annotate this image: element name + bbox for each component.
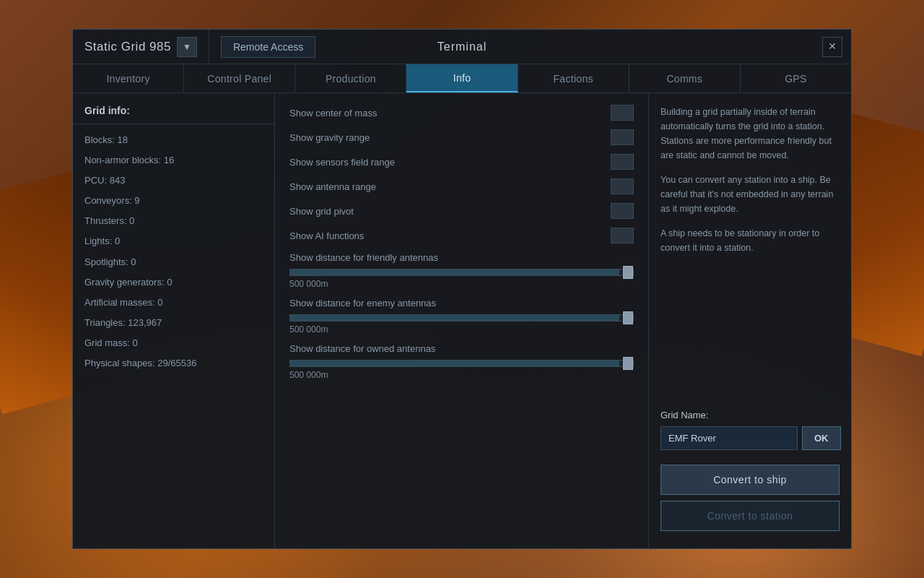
toggle-ai-functions-checkbox[interactable]: [611, 228, 634, 243]
grid-name-text: Static Grid 985: [84, 40, 171, 54]
toggle-ai-functions: Show AI functions: [289, 228, 634, 243]
toggle-grid-pivot-checkbox[interactable]: [611, 203, 634, 219]
slider-enemy-antennas-fill: [290, 315, 619, 321]
toggle-gravity-range: Show gravity range: [289, 129, 634, 145]
slider-enemy-antennas-value: 500 000m: [289, 324, 634, 335]
info-text-station: Building a grid partially inside of terr…: [661, 105, 840, 163]
info-text-convert-ship: You can convert any station into a ship.…: [661, 173, 840, 216]
dropdown-arrow-button[interactable]: ▼: [177, 37, 197, 57]
middle-panel: Show center of mass Show gravity range S…: [275, 93, 649, 548]
toggle-grid-pivot: Show grid pivot: [289, 203, 634, 219]
tab-production[interactable]: Production: [295, 64, 406, 92]
slider-enemy-antennas-track[interactable]: [289, 314, 634, 322]
title-bar: Static Grid 985 ▼ Remote Access Terminal…: [73, 30, 851, 64]
toggle-antenna-range: Show antenna range: [289, 178, 634, 194]
grid-stat-conveyors: Conveyors: 9: [73, 191, 274, 211]
slider-friendly-antennas-track[interactable]: [289, 269, 634, 276]
right-panel: Building a grid partially inside of terr…: [649, 93, 851, 548]
tab-gps[interactable]: GPS: [741, 64, 851, 92]
grid-stat-blocks: Blocks: 18: [73, 130, 274, 150]
tab-factions[interactable]: Factions: [518, 64, 629, 92]
chevron-down-icon: ▼: [183, 42, 191, 52]
grid-name-input[interactable]: [661, 426, 798, 450]
slider-owned-antennas-value: 500 000m: [289, 370, 634, 380]
info-divider: [73, 124, 274, 124]
toggle-antenna-range-checkbox[interactable]: [611, 178, 634, 194]
slider-owned-antennas-fill: [290, 361, 619, 366]
grid-name-area: Static Grid 985 ▼: [73, 30, 209, 64]
slider-owned-antennas-track[interactable]: [289, 360, 634, 367]
grid-name-input-row: OK: [661, 426, 840, 450]
tab-control-panel[interactable]: Control Panel: [184, 64, 295, 92]
grid-name-label: Grid Name:: [661, 410, 840, 420]
slider-owned-antennas-label: Show distance for owned antennas: [289, 343, 634, 354]
grid-stat-lights: Lights: 0: [73, 231, 274, 251]
modal: Static Grid 985 ▼ Remote Access Terminal…: [72, 29, 852, 549]
grid-stat-artificial-masses: Artificial masses: 0: [73, 293, 274, 313]
slider-enemy-antennas-thumb[interactable]: [623, 311, 633, 324]
toggle-gravity-range-checkbox[interactable]: [611, 129, 634, 145]
remote-access-button[interactable]: Remote Access: [221, 36, 315, 58]
slider-enemy-antennas-section: Show distance for enemy antennas 500 000…: [289, 298, 634, 335]
terminal-title: Terminal: [437, 40, 487, 53]
slider-owned-antennas-section: Show distance for owned antennas 500 000…: [289, 343, 634, 380]
grid-info-title: Grid info:: [73, 102, 274, 124]
toggle-center-of-mass-checkbox[interactable]: [611, 105, 634, 121]
toggle-sensors-field-range: Show sensors field range: [289, 154, 634, 170]
tab-inventory[interactable]: Inventory: [73, 64, 184, 92]
content-area: Grid info: Blocks: 18 Non-armor blocks: …: [73, 93, 851, 548]
ok-button[interactable]: OK: [802, 426, 841, 450]
convert-to-station-button: Convert to station: [661, 501, 840, 531]
slider-friendly-antennas-value: 500 000m: [289, 279, 634, 289]
left-panel: Grid info: Blocks: 18 Non-armor blocks: …: [73, 93, 275, 548]
modal-overlay: Static Grid 985 ▼ Remote Access Terminal…: [0, 0, 924, 578]
toggle-center-of-mass: Show center of mass: [289, 105, 634, 121]
tab-comms[interactable]: Comms: [629, 64, 741, 92]
grid-stat-thrusters: Thrusters: 0: [73, 211, 274, 231]
grid-stat-spotlights: Spotlights: 0: [73, 252, 274, 272]
grid-stat-gravity-gen: Gravity generators: 0: [73, 272, 274, 293]
slider-friendly-antennas-thumb[interactable]: [623, 266, 633, 279]
convert-to-ship-button[interactable]: Convert to ship: [661, 465, 840, 495]
grid-stat-pcu: PCU: 843: [73, 171, 274, 191]
tab-bar: Inventory Control Panel Production Info …: [73, 64, 851, 93]
info-text-stationary: A ship needs to be stationary in order t…: [661, 226, 840, 255]
tab-info[interactable]: Info: [406, 64, 518, 92]
grid-stat-physical-shapes: Physical shapes: 29/65536: [73, 353, 274, 374]
slider-friendly-antennas-fill: [290, 269, 619, 275]
slider-enemy-antennas-label: Show distance for enemy antennas: [289, 298, 634, 309]
close-button[interactable]: ×: [822, 37, 842, 57]
grid-stat-non-armor: Non-armor blocks: 16: [73, 150, 274, 171]
toggle-sensors-field-range-checkbox[interactable]: [611, 154, 634, 170]
grid-stat-triangles: Triangles: 123,967: [73, 313, 274, 333]
slider-friendly-antennas-section: Show distance for friendly antennas 500 …: [289, 252, 634, 289]
slider-friendly-antennas-label: Show distance for friendly antennas: [289, 252, 634, 263]
grid-stat-mass: Grid mass: 0: [73, 333, 274, 353]
slider-owned-antennas-thumb[interactable]: [623, 357, 633, 370]
